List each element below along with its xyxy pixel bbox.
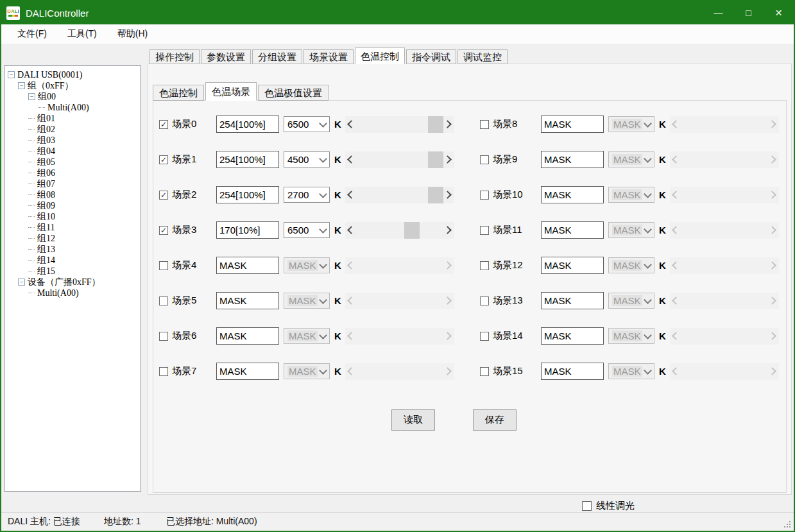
tree-item[interactable]: 组06: [4, 167, 141, 178]
tree-item[interactable]: 组10: [4, 211, 141, 222]
tree-item[interactable]: 组03: [4, 135, 141, 146]
scene-0-level-input[interactable]: [216, 116, 279, 133]
linear-dimming-checkbox[interactable]: [582, 501, 592, 511]
scrollbar-track[interactable]: [681, 328, 768, 345]
scene-11-temp-scrollbar[interactable]: [670, 222, 779, 239]
scene-5-level-input[interactable]: [216, 292, 279, 309]
scene-0-temp-scrollbar[interactable]: [345, 116, 454, 133]
maximize-button[interactable]: □: [733, 1, 764, 24]
scene-14-temp-scrollbar[interactable]: [670, 328, 779, 345]
scene-3-checkbox[interactable]: ✓: [159, 226, 168, 235]
tab-debug-monitor[interactable]: 调试监控: [457, 49, 508, 64]
scroll-left-arrow-icon[interactable]: [345, 328, 356, 345]
scene-14-checkbox[interactable]: [480, 332, 489, 341]
scene-4-checkbox[interactable]: [159, 261, 168, 270]
scene-0-temp-combobox[interactable]: 6500: [284, 116, 330, 132]
tree-item[interactable]: 组15: [4, 266, 141, 277]
tree-item[interactable]: Multi(A00): [4, 287, 141, 298]
subtab-color-temp-control[interactable]: 色温控制: [153, 85, 204, 101]
menu-help[interactable]: 帮助(H): [110, 26, 155, 42]
scrollbar-track[interactable]: [681, 187, 768, 203]
tree-item[interactable]: 组13: [4, 244, 141, 255]
tree-expand-icon[interactable]: −: [18, 279, 25, 286]
tree-item[interactable]: Multi(A00): [4, 102, 141, 113]
scroll-left-arrow-icon[interactable]: [670, 222, 681, 239]
scroll-right-arrow-icon[interactable]: [443, 363, 454, 380]
read-button[interactable]: 读取: [391, 409, 435, 431]
scroll-left-arrow-icon[interactable]: [670, 257, 681, 274]
scrollbar-thumb[interactable]: [404, 222, 420, 239]
tab-grouping-settings[interactable]: 分组设置: [252, 49, 302, 64]
scroll-right-arrow-icon[interactable]: [768, 116, 779, 133]
scroll-left-arrow-icon[interactable]: [670, 293, 681, 309]
scene-1-level-input[interactable]: [216, 151, 279, 168]
scroll-left-arrow-icon[interactable]: [345, 363, 356, 380]
scene-2-temp-combobox[interactable]: 2700: [284, 187, 330, 203]
tree-item[interactable]: 组07: [4, 178, 141, 189]
scene-7-checkbox[interactable]: [159, 367, 168, 376]
scene-11-level-input[interactable]: [541, 221, 604, 239]
scene-9-level-input[interactable]: [541, 151, 604, 168]
tree-item[interactable]: 组01: [4, 113, 141, 124]
scene-7-temp-combobox[interactable]: MASK: [284, 363, 330, 379]
scrollbar-track[interactable]: [356, 151, 443, 168]
scene-2-temp-scrollbar[interactable]: [345, 187, 454, 203]
scroll-right-arrow-icon[interactable]: [443, 257, 454, 274]
scrollbar-track[interactable]: [681, 293, 768, 309]
scroll-left-arrow-icon[interactable]: [345, 187, 356, 203]
scene-4-temp-combobox[interactable]: MASK: [284, 257, 330, 273]
scene-10-checkbox[interactable]: [480, 191, 489, 200]
scene-13-checkbox[interactable]: [480, 296, 489, 305]
scroll-right-arrow-icon[interactable]: [768, 328, 779, 345]
scene-1-temp-scrollbar[interactable]: [345, 151, 454, 168]
scene-9-temp-combobox[interactable]: MASK: [608, 151, 654, 167]
tab-operation-control[interactable]: 操作控制: [150, 49, 200, 64]
scene-1-checkbox[interactable]: ✓: [159, 155, 168, 164]
scene-10-temp-scrollbar[interactable]: [670, 187, 779, 203]
scene-13-temp-scrollbar[interactable]: [670, 293, 779, 309]
scroll-right-arrow-icon[interactable]: [768, 187, 779, 203]
tree-expand-icon[interactable]: −: [8, 71, 15, 78]
scrollbar-thumb[interactable]: [428, 116, 443, 133]
resize-grip[interactable]: [783, 520, 792, 529]
scene-6-temp-combobox[interactable]: MASK: [284, 328, 330, 344]
scrollbar-track[interactable]: [681, 363, 768, 380]
scene-8-temp-combobox[interactable]: MASK: [608, 116, 654, 132]
scrollbar-track[interactable]: [356, 293, 443, 309]
scene-3-temp-scrollbar[interactable]: [345, 222, 454, 239]
minimize-button[interactable]: —: [703, 1, 733, 24]
scene-1-temp-combobox[interactable]: 4500: [284, 151, 330, 167]
scene-0-checkbox[interactable]: ✓: [159, 120, 168, 129]
tree-item[interactable]: 组09: [4, 200, 141, 211]
scene-5-checkbox[interactable]: [159, 296, 168, 305]
scroll-right-arrow-icon[interactable]: [443, 222, 454, 239]
scroll-right-arrow-icon[interactable]: [768, 151, 779, 168]
scene-8-level-input[interactable]: [541, 116, 604, 133]
scrollbar-track[interactable]: [681, 257, 768, 274]
save-button[interactable]: 保存: [473, 409, 517, 431]
scrollbar-thumb[interactable]: [428, 187, 443, 203]
scrollbar-track[interactable]: [356, 222, 443, 239]
close-button[interactable]: ✕: [764, 1, 794, 24]
scene-8-checkbox[interactable]: [480, 120, 489, 129]
scene-10-level-input[interactable]: [541, 186, 604, 203]
scene-5-temp-combobox[interactable]: MASK: [284, 293, 330, 309]
scene-15-temp-scrollbar[interactable]: [670, 363, 779, 380]
scroll-left-arrow-icon[interactable]: [670, 363, 681, 380]
scroll-right-arrow-icon[interactable]: [443, 293, 454, 309]
scene-10-temp-combobox[interactable]: MASK: [608, 187, 654, 203]
scene-6-level-input[interactable]: [216, 327, 279, 345]
tree-item[interactable]: 组08: [4, 189, 141, 200]
scene-7-level-input[interactable]: [216, 363, 279, 380]
scene-13-level-input[interactable]: [541, 292, 604, 309]
tree-item[interactable]: −DALI USB(0001): [4, 69, 141, 80]
tree-item[interactable]: −组00: [4, 91, 141, 102]
scroll-left-arrow-icon[interactable]: [670, 187, 681, 203]
scene-6-temp-scrollbar[interactable]: [345, 328, 454, 345]
scrollbar-track[interactable]: [356, 328, 443, 345]
scene-15-level-input[interactable]: [541, 363, 604, 380]
scene-9-temp-scrollbar[interactable]: [670, 151, 779, 168]
scroll-left-arrow-icon[interactable]: [670, 116, 681, 133]
scene-11-checkbox[interactable]: [480, 226, 489, 235]
menu-tools[interactable]: 工具(T): [60, 26, 105, 42]
